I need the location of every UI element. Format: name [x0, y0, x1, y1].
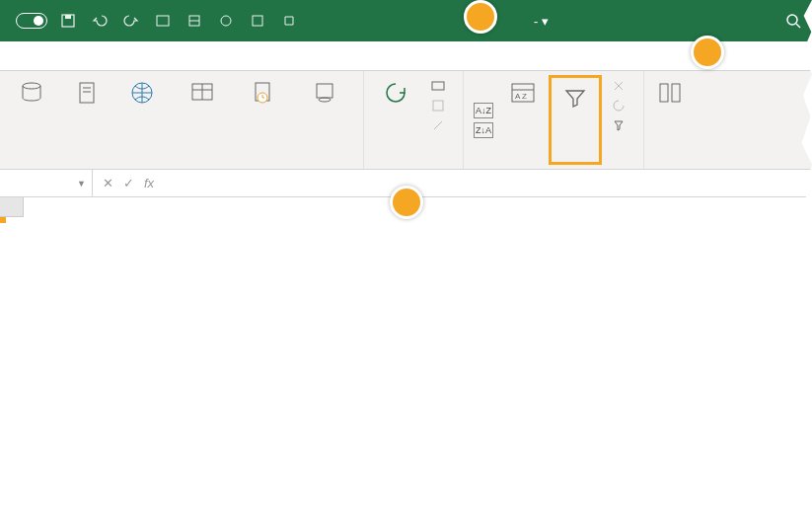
svg-rect-19 — [317, 84, 332, 98]
selection-border — [0, 217, 6, 223]
text-to-columns-button[interactable] — [650, 75, 690, 167]
qat-icon-5[interactable] — [280, 12, 298, 30]
svg-point-9 — [23, 83, 40, 89]
redo-icon[interactable] — [122, 12, 140, 30]
sort-icon: A Z — [509, 79, 537, 107]
qat-icon-3[interactable] — [217, 12, 235, 30]
link-icon — [431, 79, 445, 93]
properties-button — [429, 97, 453, 114]
sort-asc-button[interactable]: A↓Z — [474, 103, 493, 118]
window-title: - ▾ — [298, 14, 784, 29]
toggle-on-icon[interactable] — [16, 13, 47, 29]
filter-button[interactable] — [554, 80, 597, 117]
callout-3 — [691, 36, 724, 69]
clock-file-icon — [249, 79, 276, 107]
svg-point-5 — [221, 16, 231, 26]
cancel-formula-icon[interactable]: ✕ — [103, 176, 113, 190]
svg-text:A Z: A Z — [515, 92, 527, 101]
properties-icon — [431, 99, 445, 113]
reapply-icon — [612, 99, 626, 113]
group-label — [6, 165, 357, 167]
get-data-button[interactable] — [6, 75, 57, 165]
callout-1 — [390, 186, 423, 219]
qat-icon-1[interactable] — [154, 12, 172, 30]
queries-connections-button[interactable] — [429, 77, 453, 95]
undo-icon[interactable] — [91, 12, 109, 30]
group-label — [370, 165, 457, 167]
edit-links-icon — [431, 118, 445, 132]
filter-highlight — [549, 75, 602, 165]
svg-rect-22 — [433, 101, 443, 111]
database-icon — [18, 79, 45, 107]
table-icon — [188, 79, 216, 107]
group-text — [644, 71, 696, 169]
qat-icon-4[interactable] — [249, 12, 266, 30]
text-columns-icon — [656, 79, 684, 107]
sort-button[interactable]: A Z — [501, 75, 545, 165]
select-all-corner[interactable] — [0, 197, 24, 217]
existing-connections-button[interactable] — [292, 75, 357, 165]
search-icon[interactable] — [784, 12, 802, 30]
titlebar: - ▾ — [0, 0, 812, 41]
from-web-button[interactable] — [116, 75, 168, 165]
file-text-icon — [73, 79, 101, 107]
sort-desc-button[interactable]: Z↓A — [474, 122, 493, 138]
group-label — [470, 165, 637, 167]
recent-sources-button[interactable] — [237, 75, 288, 165]
clear-icon — [612, 79, 626, 93]
refresh-all-button[interactable] — [370, 75, 421, 165]
svg-rect-27 — [672, 84, 680, 102]
svg-line-8 — [796, 24, 800, 28]
svg-rect-1 — [65, 15, 71, 19]
svg-rect-2 — [157, 16, 169, 26]
advanced-icon — [612, 118, 626, 132]
refresh-icon — [382, 79, 409, 107]
sort-asc-desc: A↓Z Z↓A — [470, 75, 497, 165]
edit-links-button — [429, 116, 453, 134]
group-queries — [364, 71, 464, 169]
svg-rect-26 — [660, 84, 668, 102]
svg-rect-21 — [432, 82, 444, 90]
globe-icon — [128, 79, 156, 107]
chevron-down-icon[interactable]: ▼ — [77, 179, 86, 189]
callout-2 — [464, 0, 497, 34]
fx-icon[interactable]: fx — [144, 176, 154, 190]
advanced-filter-button[interactable] — [610, 116, 633, 134]
save-icon[interactable] — [59, 12, 77, 30]
from-textcsv-button[interactable] — [61, 75, 112, 165]
group-get-transform — [0, 71, 364, 169]
name-box[interactable]: ▼ — [0, 170, 93, 196]
qat-icon-2[interactable] — [185, 12, 203, 30]
autosave-toggle[interactable] — [10, 13, 47, 29]
clear-filter-button — [610, 77, 633, 95]
svg-rect-6 — [253, 16, 262, 26]
svg-rect-10 — [80, 83, 94, 103]
group-sort-filter: A↓Z Z↓A A Z — [464, 71, 644, 169]
connections-icon — [311, 79, 338, 107]
filter-icon — [561, 84, 589, 112]
reapply-button — [610, 97, 633, 114]
enter-formula-icon[interactable]: ✓ — [123, 176, 134, 190]
svg-point-20 — [319, 98, 331, 102]
from-table-button[interactable] — [172, 75, 233, 165]
svg-point-7 — [787, 15, 797, 25]
quick-access-toolbar — [59, 12, 298, 30]
ribbon: A↓Z Z↓A A Z — [0, 71, 812, 170]
